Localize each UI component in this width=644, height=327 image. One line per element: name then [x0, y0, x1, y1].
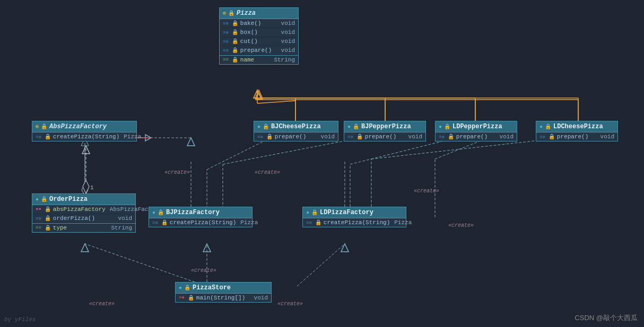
pizza-prepare-method: prepare() — [240, 47, 272, 54]
bj-pepper-method-icon: ≡⊕ — [347, 134, 353, 140]
abs-method-icon: ≡⊕ — [36, 134, 41, 140]
bj-factory-icon: ● — [152, 210, 155, 216]
bj-factory-create: createPizza(String) — [170, 219, 236, 226]
bj-pepper-lock: 🔒 — [353, 123, 359, 130]
bj-factory-lock: 🔒 — [158, 209, 164, 216]
ld-factory-method-icon: ≡⊕ — [306, 220, 312, 226]
order-return: void — [118, 215, 132, 222]
ld-pepper-prepare-row: ≡⊕ 🔒 prepare() void — [436, 132, 517, 141]
pizza-store-lock2: 🔒 — [188, 295, 194, 301]
order-factory-field-row: ●● 🔒 absPizzaFactory AbsPizzaFactory — [32, 205, 135, 214]
pizza-name-field: name — [240, 57, 254, 63]
ld-pepper-pizza-class: ● 🔒 LDPepperPizza ≡⊕ 🔒 prepare() void — [435, 121, 517, 142]
pizza-store-class: ● 🔒 PizzaStore ≡● 🔒 main(String[]) void — [175, 282, 272, 303]
bj-pepper-prepare-row: ≡⊕ 🔒 prepare() void — [344, 132, 425, 141]
order-pizza-body: ●● 🔒 absPizzaFactory AbsPizzaFactory ≡⊕ … — [32, 205, 135, 232]
svg-marker-12 — [255, 90, 263, 99]
method-icon3: ≡⊕ — [223, 39, 229, 45]
pizza-cut-return: void — [281, 38, 295, 45]
order-field-icon2: ≡≡ — [36, 225, 41, 231]
multiplicity-label: 1 — [90, 184, 94, 191]
abs-lock2: 🔒 — [45, 134, 51, 140]
pizza-header: ⊕ 🔒 Pizza — [220, 8, 298, 19]
svg-line-26 — [207, 138, 271, 170]
ld-cheese-pizza-class: ● 🔒 LDCheesePizza ≡⊕ 🔒 prepare() void — [536, 121, 618, 142]
ld-pizza-factory-class: ● 🔒 LDPizzaFactory ≡⊕ 🔒 createPizza(Stri… — [302, 207, 406, 227]
bj-cheese-body: ≡⊕ 🔒 prepare() void — [254, 132, 338, 141]
ld-factory-icon: ● — [306, 210, 309, 216]
abs-lock1: 🔒 — [41, 123, 47, 130]
pizza-name-row: ≡≡ 🔒 name String — [220, 55, 298, 64]
bj-pepper-body: ≡⊕ 🔒 prepare() void — [344, 132, 425, 141]
bj-cheese-method-icon: ≡⊕ — [257, 134, 263, 140]
pizza-box-return: void — [281, 29, 295, 36]
order-lock2: 🔒 — [45, 206, 51, 213]
bj-cheese-prepare: prepare() — [275, 134, 306, 140]
ld-pepper-prepare: prepare() — [456, 134, 488, 140]
method-icon1: ≡⊕ — [223, 21, 229, 26]
bj-factory-lock2: 🔒 — [161, 219, 168, 226]
diagram-container: ⊕ 🔒 Pizza ≡⊕ 🔒 bake() void ≡⊕ 🔒 box() vo… — [0, 0, 644, 327]
create-label-3: «create» — [414, 188, 439, 194]
order-method: orderPizza() — [53, 215, 95, 222]
ld-pepper-return: void — [500, 134, 514, 140]
pizza-class: ⊕ 🔒 Pizza ≡⊕ 🔒 bake() void ≡⊕ 🔒 box() vo… — [219, 7, 299, 65]
bj-factory-header: ● 🔒 BJPizzaFactory — [149, 207, 252, 218]
ld-pepper-name: LDPepperPizza — [452, 123, 502, 130]
svg-marker-5 — [256, 93, 262, 100]
svg-line-29 — [223, 138, 361, 164]
bj-pizza-factory-class: ● 🔒 BJPizzaFactory ≡⊕ 🔒 createPizza(Stri… — [149, 207, 253, 227]
ld-cheese-lock: 🔒 — [545, 123, 551, 130]
bj-pepper-lock2: 🔒 — [356, 134, 363, 140]
ld-pepper-lock2: 🔒 — [448, 134, 454, 140]
bj-cheese-icon: ● — [257, 124, 260, 130]
abs-pizza-factory-class: ⊕ 🔒 AbsPizzaFactory ≡⊕ 🔒 createPizza(Str… — [32, 121, 137, 142]
pizza-store-main: main(String[]) — [196, 295, 245, 301]
abs-factory-body: ≡⊕ 🔒 createPizza(String) Pizza — [32, 132, 136, 141]
ld-pepper-icon: ● — [439, 124, 442, 130]
bj-factory-create-row: ≡⊕ 🔒 createPizza(String) Pizza — [149, 218, 252, 227]
bj-cheese-header: ● 🔒 BJCheesePizza — [254, 121, 338, 132]
create-label-2: «create» — [255, 170, 280, 175]
abs-factory-header: ⊕ 🔒 AbsPizzaFactory — [32, 121, 136, 132]
order-lock3: 🔒 — [45, 215, 51, 222]
pizza-prepare-return: void — [281, 47, 295, 54]
bj-pepper-return: void — [408, 134, 422, 140]
method-icon2: ≡⊕ — [223, 30, 229, 36]
ld-cheese-method-icon: ≡⊕ — [539, 134, 545, 140]
svg-line-43 — [85, 244, 207, 286]
bj-pepper-icon: ● — [347, 124, 351, 130]
svg-line-32 — [350, 138, 456, 164]
bj-factory-method-icon: ≡⊕ — [152, 220, 158, 226]
pizza-prepare-row: ≡⊕ 🔒 prepare() void — [220, 46, 298, 55]
bj-cheese-pizza-class: ● 🔒 BJCheesePizza ≡⊕ 🔒 prepare() void — [254, 121, 338, 142]
create-label-1: «create» — [164, 170, 190, 175]
pizza-store-return: void — [254, 295, 268, 301]
ld-cheese-prepare: prepare() — [557, 134, 588, 140]
pizza-abs-icon: ⊕ — [223, 10, 226, 16]
create-label-5: «create» — [89, 301, 115, 307]
order-type-field: type — [53, 225, 67, 231]
pizza-store-method-icon: ≡● — [179, 295, 185, 301]
svg-line-0 — [257, 101, 295, 103]
ld-cheese-return: void — [601, 134, 614, 140]
order-factory-field: absPizzaFactory — [53, 206, 106, 213]
bj-pepper-prepare: prepare() — [365, 134, 396, 140]
ld-cheese-lock2: 🔒 — [549, 134, 555, 140]
ld-pepper-header: ● 🔒 LDPepperPizza — [436, 121, 517, 132]
order-pizza-header: ● 🔒 OrderPizza — [32, 194, 135, 205]
field-icon1: ≡≡ — [223, 57, 229, 63]
bj-pepper-name: BJPepperPizza — [361, 123, 411, 130]
ld-factory-create-row: ≡⊕ 🔒 createPizza(String) Pizza — [303, 218, 406, 227]
pizza-lock5: 🔒 — [232, 47, 238, 54]
ld-pepper-method-icon: ≡⊕ — [439, 134, 445, 140]
pizza-store-header: ● 🔒 PizzaStore — [176, 282, 271, 294]
order-method-row: ≡⊕ 🔒 orderPizza() void — [32, 214, 135, 223]
ld-cheese-prepare-row: ≡⊕ 🔒 prepare() void — [536, 132, 617, 141]
pizza-store-lock: 🔒 — [184, 285, 190, 291]
svg-marker-42 — [341, 244, 349, 252]
watermark: CSDN @敲个大西瓜 — [575, 313, 638, 323]
pizza-lock3: 🔒 — [232, 29, 238, 36]
pizza-lock2: 🔒 — [232, 20, 238, 26]
method-icon4: ≡⊕ — [223, 48, 229, 54]
